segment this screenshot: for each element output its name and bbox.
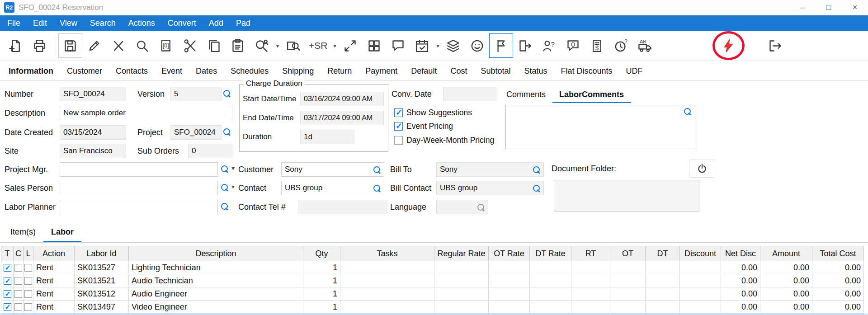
- col-l[interactable]: L: [24, 246, 33, 261]
- col-regular-rate[interactable]: Regular Rate: [434, 246, 489, 261]
- col-amount[interactable]: Amount: [760, 246, 812, 261]
- tab-labor-comments[interactable]: LaborComments: [552, 86, 631, 103]
- calendar-dropdown-icon[interactable]: ▾: [434, 42, 441, 49]
- new-document-button[interactable]: [4, 33, 28, 58]
- project-mgr-dropdown-icon[interactable]: ▾: [231, 165, 235, 172]
- sales-person-field[interactable]: [60, 181, 218, 195]
- row-checkbox-t[interactable]: [4, 290, 11, 298]
- tab-flat-discounts[interactable]: Flat Discounts: [554, 66, 619, 76]
- logout-button[interactable]: [763, 33, 787, 58]
- col-ot-rate[interactable]: OT Rate: [489, 246, 530, 261]
- col-discount[interactable]: Discount: [680, 246, 721, 261]
- row-checkbox-t[interactable]: [4, 264, 11, 272]
- message-o-button[interactable]: O: [561, 33, 585, 58]
- row-checkbox-c[interactable]: [14, 277, 22, 285]
- flag-button[interactable]: [489, 33, 513, 58]
- copy-count-button[interactable]: [0]: [154, 33, 178, 58]
- date-created-field[interactable]: 03/15/2024: [60, 125, 126, 140]
- col-c[interactable]: C: [14, 246, 24, 261]
- search-person-button[interactable]: [250, 33, 274, 58]
- search-button[interactable]: [130, 33, 154, 58]
- quick-view-button[interactable]: [281, 33, 305, 58]
- tab-shipping[interactable]: Shipping: [275, 66, 321, 76]
- clock-info-button[interactable]: ?: [609, 33, 633, 58]
- col-description[interactable]: Description: [129, 246, 303, 261]
- copy-button[interactable]: [202, 33, 226, 58]
- table-row[interactable]: Rent SK013497 Video Engineer 1 0.00 0.00…: [1, 301, 864, 314]
- paste-button[interactable]: [226, 33, 250, 58]
- edit-button[interactable]: [82, 33, 106, 58]
- comment-button[interactable]: [386, 33, 410, 58]
- layers-button[interactable]: [441, 33, 465, 58]
- col-tasks[interactable]: Tasks: [340, 246, 434, 261]
- expand-button[interactable]: [338, 33, 362, 58]
- tab-udf[interactable]: UDF: [619, 66, 650, 76]
- tab-items[interactable]: Item(s): [3, 223, 43, 242]
- project-mgr-field[interactable]: [60, 162, 218, 177]
- invoice-button[interactable]: $: [585, 33, 609, 58]
- tiles-button[interactable]: [362, 33, 386, 58]
- menu-add[interactable]: Add: [203, 19, 230, 28]
- version-field[interactable]: 5: [170, 87, 222, 101]
- sales-person-dropdown-icon[interactable]: ▾: [231, 183, 235, 190]
- row-checkbox-c[interactable]: [14, 303, 22, 311]
- smiley-button[interactable]: [465, 33, 489, 58]
- search-person-dropdown-icon[interactable]: ▾: [274, 42, 281, 49]
- row-checkbox-c[interactable]: [14, 264, 22, 272]
- menu-search[interactable]: Search: [84, 19, 122, 28]
- tab-information[interactable]: Information: [2, 66, 60, 76]
- project-field[interactable]: SFO_00024: [170, 125, 222, 140]
- document-folder-box[interactable]: [554, 180, 699, 212]
- row-checkbox-t[interactable]: [4, 303, 11, 311]
- person-help-button[interactable]: ?: [537, 33, 561, 58]
- row-checkbox-l[interactable]: [24, 277, 32, 285]
- tab-return[interactable]: Return: [321, 66, 359, 76]
- tab-dates[interactable]: Dates: [189, 66, 224, 76]
- language-field[interactable]: [436, 200, 488, 214]
- exit-door-button[interactable]: [513, 33, 537, 58]
- close-button[interactable]: ×: [842, 0, 868, 15]
- contact-field[interactable]: UBS group: [281, 181, 384, 195]
- row-checkbox-t[interactable]: [4, 277, 11, 285]
- tab-comments[interactable]: Comments: [500, 86, 552, 103]
- sub-orders-field[interactable]: 0: [188, 144, 232, 158]
- start-date-field[interactable]: 03/16/2024 09:00 AM: [300, 92, 384, 106]
- table-row[interactable]: Rent SK013521 Audio Technician 1 0.00 0.…: [1, 274, 864, 287]
- col-total-cost[interactable]: Total Cost: [812, 246, 864, 261]
- end-date-field[interactable]: 03/17/2024 09:00 AM: [300, 111, 384, 125]
- contact-tel-field[interactable]: [298, 200, 387, 214]
- description-field[interactable]: New sample order: [60, 106, 232, 120]
- tab-customer[interactable]: Customer: [60, 66, 109, 76]
- tab-status[interactable]: Status: [517, 66, 554, 76]
- tab-event[interactable]: Event: [155, 66, 189, 76]
- contact-search-icon[interactable]: [373, 185, 381, 193]
- site-field[interactable]: San Francisco: [60, 144, 126, 158]
- tab-schedules[interactable]: Schedules: [224, 66, 275, 76]
- tab-contacts[interactable]: Contacts: [109, 66, 155, 76]
- menu-edit[interactable]: Edit: [27, 19, 53, 28]
- row-checkbox-l[interactable]: [24, 290, 32, 298]
- col-labor-id[interactable]: Labor Id: [75, 246, 129, 261]
- tab-payment[interactable]: Payment: [359, 66, 404, 76]
- calendar-button[interactable]: [410, 33, 434, 58]
- show-suggestions-checkbox[interactable]: [394, 108, 403, 117]
- version-search-icon[interactable]: [223, 90, 231, 98]
- table-row[interactable]: Rent SK013512 Audio Engineer 1 0.00 0.00…: [1, 287, 864, 301]
- event-pricing-checkbox[interactable]: [394, 122, 403, 131]
- sales-person-search-icon[interactable]: [221, 184, 229, 192]
- bill-to-field[interactable]: Sony: [436, 162, 544, 177]
- number-field[interactable]: SFO_00024: [60, 87, 126, 101]
- cut-button[interactable]: [178, 33, 202, 58]
- labor-planner-field[interactable]: [60, 200, 218, 214]
- delete-button[interactable]: [106, 33, 130, 58]
- document-folder-button[interactable]: [689, 160, 715, 178]
- tab-cost[interactable]: Cost: [443, 66, 474, 76]
- tab-subtotal[interactable]: Subtotal: [474, 66, 517, 76]
- col-ot[interactable]: OT: [610, 246, 646, 261]
- conv-date-field[interactable]: [443, 87, 496, 101]
- col-dt[interactable]: DT: [646, 246, 680, 261]
- labor-comments-box[interactable]: [505, 105, 695, 149]
- save-button[interactable]: [58, 33, 82, 58]
- maximize-button[interactable]: □: [816, 0, 842, 15]
- menu-view[interactable]: View: [53, 19, 84, 28]
